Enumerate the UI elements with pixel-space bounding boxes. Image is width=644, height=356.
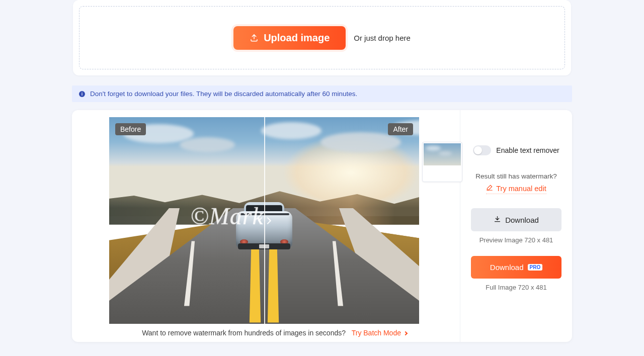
download-reminder-notice: i Don't forget to download your files. T…	[72, 85, 572, 102]
info-icon: i	[79, 91, 85, 97]
try-batch-mode-link[interactable]: Try Batch Mode	[352, 329, 407, 337]
full-dimensions-text: Full Image 720 x 481	[486, 284, 546, 291]
chevron-right-icon	[264, 217, 271, 224]
after-badge: After	[388, 123, 413, 135]
before-badge: Before	[115, 123, 146, 135]
compare-slider-handle[interactable]	[264, 117, 265, 324]
upload-button-label: Upload image	[264, 32, 330, 44]
text-remover-label: Enable text remover	[496, 146, 559, 154]
still-has-watermark-text: Result still has watermark?	[475, 172, 556, 180]
before-after-compare[interactable]: ©Mark	[109, 117, 419, 324]
upload-image-button[interactable]: Upload image	[233, 26, 346, 50]
download-icon	[494, 215, 501, 224]
try-manual-edit-link[interactable]: Try manual edit	[486, 184, 546, 194]
batch-prompt-text: Want to remove watermark from hundreds o…	[142, 329, 346, 337]
chevron-right-icon	[404, 331, 408, 335]
download-preview-button[interactable]: Download	[471, 208, 561, 231]
download-pro-button[interactable]: Download PRO	[471, 256, 561, 279]
preview-dimensions-text: Preview Image 720 x 481	[479, 236, 553, 244]
watermark-overlay: ©Mark	[190, 202, 263, 230]
upload-dropzone[interactable]: Upload image Or just drop here	[79, 6, 565, 69]
image-thumbnail[interactable]	[422, 142, 462, 182]
drop-hint-text: Or just drop here	[354, 34, 411, 42]
notice-text: Don't forget to download your files. The…	[90, 90, 357, 98]
pro-badge: PRO	[528, 264, 543, 271]
edit-icon	[486, 184, 493, 193]
upload-icon	[250, 33, 259, 42]
enable-text-remover-toggle[interactable]	[473, 145, 491, 155]
batch-mode-caption: Want to remove watermark from hundreds o…	[109, 329, 440, 337]
